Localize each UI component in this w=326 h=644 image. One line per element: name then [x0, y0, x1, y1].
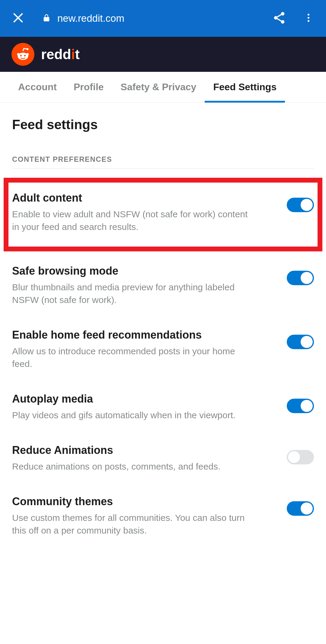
setting-adult-content: Adult content Enable to view adult and N…: [12, 192, 314, 233]
setting-home-recs: Enable home feed recommendations Allow u…: [12, 329, 314, 370]
toggle-community-themes[interactable]: [287, 501, 314, 516]
setting-desc: Play videos and gifs automatically when …: [12, 409, 254, 422]
reddit-logo-icon[interactable]: [11, 43, 34, 66]
toggle-adult-content[interactable]: [287, 198, 314, 212]
setting-title: Adult content: [12, 192, 275, 204]
svg-point-12: [20, 55, 22, 56]
close-icon[interactable]: [12, 12, 24, 25]
wordmark-dot: i: [71, 46, 75, 62]
toggle-home-recs[interactable]: [287, 335, 314, 349]
section-label: CONTENT PREFERENCES: [12, 155, 314, 169]
toggle-autoplay[interactable]: [287, 399, 314, 413]
share-icon[interactable]: [272, 11, 286, 26]
toggle-safe-browsing[interactable]: [287, 271, 314, 285]
setting-reduce-animations: Reduce Animations Reduce animations on p…: [12, 444, 314, 473]
svg-point-2: [281, 12, 285, 16]
browser-bar: new.reddit.com: [0, 0, 326, 37]
setting-desc: Allow us to introduce recommended posts …: [12, 345, 254, 370]
tab-feed-settings[interactable]: Feed Settings: [205, 72, 285, 102]
setting-title: Autoplay media: [12, 393, 275, 405]
page-title: Feed settings: [12, 117, 314, 132]
reddit-wordmark[interactable]: reddit: [41, 46, 80, 62]
setting-community-themes: Community themes Use custom themes for a…: [12, 495, 314, 537]
content-area: Feed settings CONTENT PREFERENCES Adult …: [0, 103, 326, 537]
reddit-header: reddit: [0, 37, 326, 72]
setting-desc: Use custom themes for all communities. Y…: [12, 512, 254, 537]
wordmark-part: redd: [41, 46, 71, 62]
svg-point-11: [26, 53, 29, 56]
wordmark-part: t: [75, 46, 79, 62]
setting-safe-browsing: Safe browsing mode Blur thumbnails and m…: [12, 265, 314, 306]
lock-icon: [42, 14, 51, 23]
url-text[interactable]: new.reddit.com: [57, 13, 272, 24]
more-icon[interactable]: [303, 12, 314, 24]
svg-point-5: [308, 14, 309, 16]
setting-autoplay: Autoplay media Play videos and gifs auto…: [12, 393, 314, 422]
toggle-reduce-animations[interactable]: [287, 450, 314, 464]
setting-desc: Blur thumbnails and media preview for an…: [12, 281, 254, 306]
setting-title: Enable home feed recommendations: [12, 329, 275, 341]
setting-desc: Enable to view adult and NSFW (not safe …: [12, 208, 254, 233]
setting-title: Reduce Animations: [12, 444, 275, 457]
svg-point-7: [308, 20, 309, 22]
svg-point-6: [308, 17, 309, 19]
svg-point-13: [24, 55, 26, 56]
tab-safety[interactable]: Safety & Privacy: [112, 72, 205, 102]
setting-desc: Reduce animations on posts, comments, an…: [12, 460, 254, 473]
tab-profile[interactable]: Profile: [65, 72, 112, 102]
svg-point-4: [281, 20, 285, 24]
tab-account[interactable]: Account: [10, 72, 65, 102]
svg-point-3: [274, 16, 278, 20]
setting-title: Community themes: [12, 495, 275, 508]
highlight-box: Adult content Enable to view adult and N…: [4, 178, 322, 251]
setting-title: Safe browsing mode: [12, 265, 275, 277]
svg-point-10: [17, 53, 20, 56]
tabs-bar: Account Profile Safety & Privacy Feed Se…: [0, 72, 326, 103]
